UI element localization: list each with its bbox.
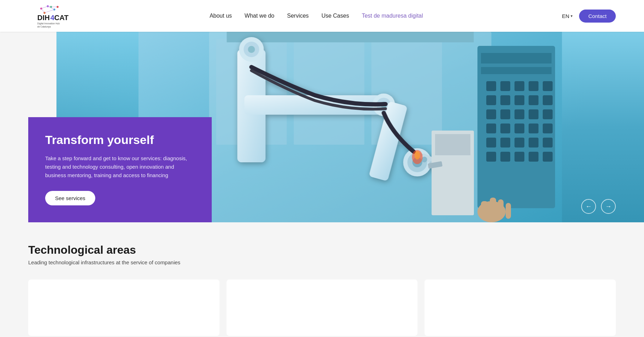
svg-rect-73 xyxy=(543,152,553,162)
svg-rect-79 xyxy=(490,198,496,217)
svg-line-6 xyxy=(41,6,48,8)
tech-card-1[interactable] xyxy=(28,279,219,336)
svg-rect-80 xyxy=(498,199,504,217)
tech-card-2[interactable] xyxy=(227,279,418,336)
svg-rect-72 xyxy=(529,152,538,162)
header-right: EN ▾ Contact xyxy=(562,10,616,23)
hero-arrows: ← → xyxy=(581,199,616,214)
svg-rect-68 xyxy=(543,138,553,148)
svg-rect-62 xyxy=(529,124,538,133)
lang-dropdown-icon: ▾ xyxy=(571,14,573,18)
svg-point-2 xyxy=(53,8,55,11)
svg-text:DIH: DIH xyxy=(37,14,50,22)
svg-rect-45 xyxy=(500,81,510,91)
svg-rect-50 xyxy=(500,95,510,105)
svg-rect-69 xyxy=(486,152,496,162)
svg-rect-22 xyxy=(227,32,474,42)
hero-next-arrow[interactable]: → xyxy=(601,199,616,214)
nav-test-maduresa[interactable]: Test de maduresa digital xyxy=(362,13,423,19)
svg-rect-49 xyxy=(486,95,496,105)
svg-point-40 xyxy=(415,151,420,160)
svg-rect-43 xyxy=(481,67,552,74)
svg-rect-71 xyxy=(514,152,524,162)
svg-rect-48 xyxy=(543,81,553,91)
svg-rect-63 xyxy=(543,124,553,133)
svg-rect-67 xyxy=(529,138,538,148)
svg-rect-78 xyxy=(481,201,488,219)
logo-svg: DIH 4 CAT Digital Innovation Hub de Cata… xyxy=(28,4,71,28)
hero-description: Take a step forward and get to know our … xyxy=(45,154,195,180)
svg-line-11 xyxy=(44,10,54,13)
svg-rect-66 xyxy=(514,138,524,148)
svg-rect-65 xyxy=(500,138,510,148)
nav-use-cases[interactable]: Use Cases xyxy=(321,13,349,19)
contact-button[interactable]: Contact xyxy=(579,10,616,23)
lang-label: EN xyxy=(562,13,569,19)
tech-areas-section: Technological areas Leading technologica… xyxy=(0,222,644,337)
tech-areas-subtitle: Leading technological infrastructures at… xyxy=(28,259,616,265)
tech-areas-title: Technological areas xyxy=(28,243,616,257)
svg-rect-44 xyxy=(486,81,496,91)
nav-what-we-do[interactable]: What we do xyxy=(245,13,274,19)
nav-services[interactable]: Services xyxy=(287,13,309,19)
svg-rect-64 xyxy=(486,138,496,148)
svg-text:de Catalunya: de Catalunya xyxy=(37,25,51,28)
svg-rect-59 xyxy=(486,124,496,133)
hero-overlay-card: Transform yourself Take a step forward a… xyxy=(28,117,212,222)
svg-rect-56 xyxy=(514,109,524,119)
svg-rect-60 xyxy=(500,124,510,133)
tech-cards-container xyxy=(28,279,616,336)
svg-rect-53 xyxy=(543,95,553,105)
svg-rect-61 xyxy=(514,124,524,133)
svg-line-10 xyxy=(41,8,44,13)
tech-card-3[interactable] xyxy=(425,279,616,336)
svg-rect-70 xyxy=(500,152,510,162)
svg-rect-58 xyxy=(543,109,553,119)
main-nav: About us What we do Services Use Cases T… xyxy=(210,13,423,19)
svg-rect-57 xyxy=(529,109,538,119)
site-header: DIH 4 CAT Digital Innovation Hub de Cata… xyxy=(0,0,644,32)
svg-text:CAT: CAT xyxy=(54,14,69,22)
svg-point-27 xyxy=(248,46,255,53)
see-services-button[interactable]: See services xyxy=(45,191,95,205)
svg-rect-55 xyxy=(500,109,510,119)
svg-rect-81 xyxy=(506,203,511,219)
svg-rect-47 xyxy=(529,81,538,91)
svg-rect-51 xyxy=(514,95,524,105)
hero-prev-arrow[interactable]: ← xyxy=(581,199,596,214)
logo[interactable]: DIH 4 CAT Digital Innovation Hub de Cata… xyxy=(28,4,71,28)
svg-rect-54 xyxy=(486,109,496,119)
svg-rect-46 xyxy=(514,81,524,91)
svg-rect-42 xyxy=(481,53,552,64)
svg-rect-75 xyxy=(435,134,470,155)
svg-text:Digital Innovation Hub: Digital Innovation Hub xyxy=(37,22,60,25)
svg-rect-52 xyxy=(529,95,538,105)
hero-section: Transform yourself Take a step forward a… xyxy=(0,32,644,222)
language-selector[interactable]: EN ▾ xyxy=(562,13,573,19)
nav-about-us[interactable]: About us xyxy=(210,13,232,19)
hero-title: Transform yourself xyxy=(45,133,195,147)
